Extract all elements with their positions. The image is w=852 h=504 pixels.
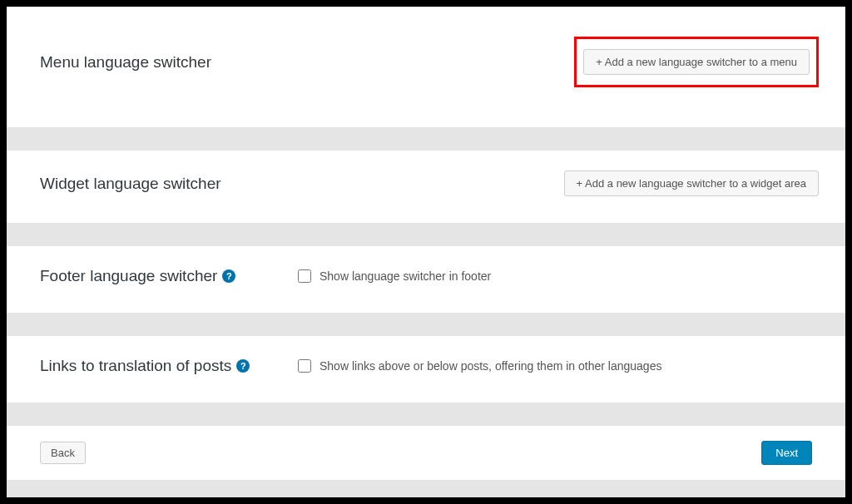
add-widget-switcher-button[interactable]: + Add a new language switcher to a widge… [564,170,819,196]
links-panel: Links to translation of posts ? Show lin… [7,336,845,403]
navigation-panel: Back Next [7,426,845,480]
links-checkbox[interactable] [298,359,311,373]
settings-container: Menu language switcher + Add a new langu… [7,7,845,497]
help-icon[interactable]: ? [222,269,235,283]
content-area: Menu language switcher + Add a new langu… [7,7,845,480]
footer-checkbox-label: Show language switcher in footer [320,269,491,283]
highlight-annotation: + Add a new language switcher to a menu [574,37,819,87]
menu-switcher-actions: + Add a new language switcher to a menu [574,37,819,87]
footer-switcher-title: Footer language switcher ? [40,267,298,285]
widget-switcher-title: Widget language switcher [40,175,221,193]
add-menu-switcher-button[interactable]: + Add a new language switcher to a menu [583,49,810,75]
outer-frame: Menu language switcher + Add a new langu… [0,0,852,504]
help-icon[interactable]: ? [236,359,250,373]
footer-switcher-panel: Footer language switcher ? Show language… [7,246,845,313]
widget-switcher-panel: Widget language switcher + Add a new lan… [7,151,845,223]
links-checkbox-label: Show links above or below posts, offerin… [320,359,661,373]
menu-switcher-panel: Menu language switcher + Add a new langu… [7,7,845,127]
footer-checkbox[interactable] [298,269,311,283]
links-title: Links to translation of posts ? [40,357,298,375]
next-button[interactable]: Next [761,441,812,465]
back-button[interactable]: Back [40,442,86,464]
links-title-text: Links to translation of posts [40,357,231,375]
widget-switcher-actions: + Add a new language switcher to a widge… [564,170,819,196]
footer-checkbox-row[interactable]: Show language switcher in footer [298,269,491,283]
links-checkbox-row[interactable]: Show links above or below posts, offerin… [298,359,661,373]
footer-switcher-title-text: Footer language switcher [40,267,217,285]
menu-switcher-title: Menu language switcher [40,53,211,72]
